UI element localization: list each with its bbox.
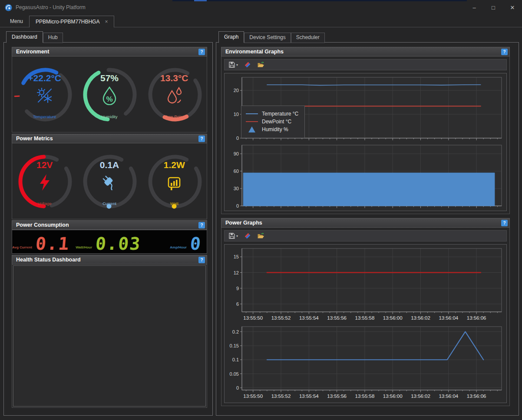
temperature-label: Temperature	[12, 114, 77, 119]
watt-hour-label: Watt/Hour	[76, 245, 92, 249]
svg-text:13:56:04: 13:56:04	[439, 315, 458, 321]
sun-snowflake-icon	[35, 86, 54, 105]
environment-gauges: +22.2°C Temperature	[12, 56, 207, 132]
svg-text:13:55:54: 13:55:54	[299, 394, 319, 399]
dewpoint-value: 13.3°C	[142, 73, 207, 83]
amp-hour-display: Amp/Hour 0	[147, 230, 207, 253]
open-power-graph-button[interactable]	[257, 232, 264, 239]
power-chart-area: 69121513:55:5013:55:5213:55:5413:55:5613…	[224, 244, 507, 403]
save-power-graph-button[interactable]: ▾	[228, 232, 238, 239]
voltage-chart: 69121513:55:5013:55:5213:55:5413:55:5613…	[226, 246, 504, 323]
power-metrics-help-button[interactable]: ?	[198, 136, 205, 142]
tab-menu[interactable]: Menu	[4, 16, 29, 27]
open-folder-icon	[257, 232, 264, 239]
main-tabstrip: Menu PPBMicro-PPBM77HBHGA ×	[0, 15, 522, 27]
tab-device-settings[interactable]: Device Settings	[244, 33, 291, 43]
tab-device-label: PPBMicro-PPBM77HBHGA	[36, 19, 99, 25]
svg-text:13:56:06: 13:56:06	[467, 394, 486, 399]
background-window-sliver	[172, 0, 467, 1]
amp-hour-label: Amp/Hour	[170, 245, 187, 249]
power-consumption-help-button[interactable]: ?	[198, 222, 205, 228]
svg-text:13:55:58: 13:55:58	[355, 394, 375, 399]
amp-hour-value: 0	[189, 236, 202, 252]
maximize-button[interactable]: □	[484, 0, 503, 15]
svg-text:13:55:54: 13:55:54	[299, 315, 319, 321]
power-consumption-display: Avg Current 0.1 Watt/Hour 0.03 Amp/Hour …	[12, 230, 207, 254]
save-graph-button[interactable]: ▾	[228, 61, 238, 68]
tab-graph[interactable]: Graph	[218, 31, 244, 43]
series-line-marker	[246, 121, 258, 122]
save-icon	[228, 232, 235, 239]
environment-title: Environment	[16, 49, 198, 55]
tab-dashboard[interactable]: Dashboard	[6, 31, 43, 43]
power-bars-icon	[165, 173, 184, 192]
open-graph-button[interactable]	[257, 61, 264, 68]
avg-current-value: 0.1	[35, 236, 70, 252]
svg-text:13:55:56: 13:55:56	[327, 315, 347, 321]
watt-hour-value: 0.03	[95, 236, 142, 252]
power-consumption-section: Power Consumption ? Avg Current 0.1 Watt…	[12, 220, 207, 254]
health-status-help-button[interactable]: ?	[198, 257, 205, 263]
svg-text:%: %	[106, 95, 112, 103]
tab-close-icon[interactable]: ×	[105, 19, 108, 25]
window-title: PegasusAstro - Unity Platform	[16, 4, 86, 10]
environmental-graphs-title: Environmental Graphs	[225, 49, 501, 55]
graph-subtabs: Graph Device Settings Scheduler	[218, 33, 325, 43]
eraser-icon	[244, 232, 251, 239]
tab-hub[interactable]: Hub	[43, 33, 63, 43]
power-consumption-title: Power Consumption	[16, 222, 198, 228]
clear-power-graph-button[interactable]	[244, 232, 251, 239]
current-chart: 00.050.10.150.213:55:5013:55:5213:55:541…	[226, 324, 504, 401]
power-metrics-section: Power Metrics ? 12V Voltage 0.1A	[12, 134, 207, 219]
save-dropdown-caret[interactable]: ▾	[236, 234, 238, 238]
environment-help-button[interactable]: ?	[198, 49, 205, 55]
svg-text:13:55:50: 13:55:50	[243, 315, 263, 321]
humidity-label: Humidity	[77, 114, 142, 119]
eraser-icon	[244, 61, 251, 68]
clear-graph-button[interactable]	[244, 61, 251, 68]
tab-device[interactable]: PPBMicro-PPBM77HBHGA ×	[29, 16, 114, 27]
humidity-value: 57%	[77, 73, 142, 83]
minimize-button[interactable]: –	[465, 0, 484, 15]
lightning-icon	[35, 173, 54, 192]
svg-text:13:56:02: 13:56:02	[411, 315, 430, 321]
environmental-graphs-help-button[interactable]: ?	[501, 49, 508, 55]
environmental-graphs-toolbar: ▾	[224, 59, 507, 70]
legend-label: Humidity %	[262, 126, 288, 132]
save-dropdown-caret[interactable]: ▾	[236, 63, 238, 67]
svg-text:30: 30	[234, 186, 239, 191]
power-metrics-title: Power Metrics	[16, 136, 198, 142]
temperature-gauge: +22.2°C Temperature	[12, 59, 77, 129]
svg-text:13:55:58: 13:55:58	[355, 315, 375, 321]
svg-text:0: 0	[236, 203, 239, 208]
close-button[interactable]: ✕	[503, 0, 522, 15]
svg-text:13:55:52: 13:55:52	[271, 394, 291, 399]
tab-scheduler[interactable]: Scheduler	[291, 33, 325, 43]
temperature-value: +22.2°C	[12, 73, 77, 83]
svg-text:13:56:04: 13:56:04	[439, 394, 458, 399]
watt-label: Watt	[142, 201, 207, 206]
svg-text:13:56:00: 13:56:00	[383, 315, 403, 321]
svg-text:0.05: 0.05	[230, 371, 239, 377]
power-graphs-title: Power Graphs	[225, 220, 501, 226]
droplet-percent-icon: %	[100, 86, 119, 105]
svg-text:0.1: 0.1	[232, 357, 239, 362]
svg-text:6: 6	[236, 301, 239, 307]
environmental-graphs-section: Environmental Graphs ? ▾	[221, 47, 510, 214]
open-folder-icon	[257, 61, 264, 68]
svg-text:13:56:06: 13:56:06	[467, 315, 486, 321]
svg-text:9: 9	[236, 286, 239, 291]
power-graphs-section: Power Graphs ? ▾	[221, 218, 510, 406]
power-graphs-help-button[interactable]: ?	[501, 220, 508, 226]
svg-text:13:55:50: 13:55:50	[243, 394, 263, 399]
svg-text:0.15: 0.15	[230, 343, 239, 348]
plug-icon	[100, 173, 119, 192]
watt-value: 1.2W	[142, 160, 207, 170]
dew-drops-icon	[165, 86, 184, 105]
dashboard-panel: Dashboard Hub Environment ? +22.2°C	[3, 42, 213, 416]
pegasusastro-logo-icon	[5, 4, 12, 11]
save-icon	[228, 61, 235, 68]
svg-text:90: 90	[234, 151, 239, 156]
voltage-label: Voltage	[12, 201, 77, 206]
humidity-triangle-marker	[248, 126, 255, 132]
